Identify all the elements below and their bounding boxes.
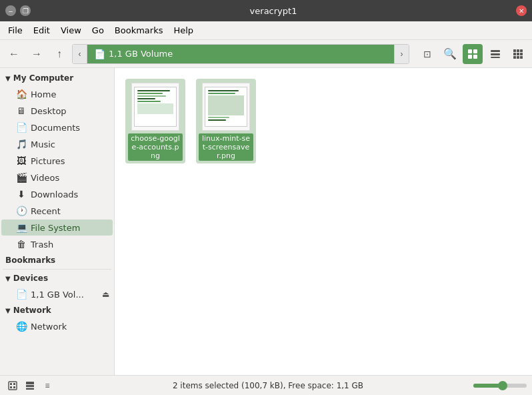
statusbar-text: 2 items selected (100,7 kB), Free space:… xyxy=(63,381,473,390)
sidebar-section-devices[interactable]: ▼ Devices xyxy=(0,271,114,286)
statusbar: ≡ 2 items selected (100,7 kB), Free spac… xyxy=(0,375,532,395)
file-thumbnail-2 xyxy=(202,83,250,131)
path-right-arrow[interactable]: › xyxy=(394,44,409,64)
sidebar-item-trash[interactable]: 🗑 Trash xyxy=(1,236,113,252)
thumb-line xyxy=(208,90,239,91)
file-label-1: choose-google-accounts.png xyxy=(128,133,183,161)
desktop-icon: 🖥 xyxy=(16,105,27,116)
main-area: ▼ My Computer 🏠 Home 🖥 Desktop 📄 Documen… xyxy=(0,68,532,375)
svg-rect-6 xyxy=(491,57,500,58)
view-compact-button[interactable] xyxy=(508,44,528,64)
menu-edit[interactable]: Edit xyxy=(28,23,55,38)
file-area[interactable]: choose-google-accounts.png li xyxy=(115,68,532,375)
thumb-image-hint xyxy=(208,95,244,115)
svg-rect-18 xyxy=(13,383,15,385)
sidebar-item-volume[interactable]: 📄 1,1 GB Vol... ⏏ xyxy=(1,286,113,302)
trash-icon: 🗑 xyxy=(16,239,27,250)
svg-rect-8 xyxy=(517,49,519,52)
svg-rect-22 xyxy=(26,385,34,387)
sidebar-item-downloads[interactable]: ⬇ Downloads xyxy=(1,186,113,202)
window-title: veracrypt1 xyxy=(250,6,297,16)
menu-bookmarks[interactable]: Bookmarks xyxy=(109,23,169,38)
sidebar-item-filesystem[interactable]: 💻 File System xyxy=(1,220,113,236)
pictures-icon: 🖼 xyxy=(16,155,27,166)
svg-rect-10 xyxy=(513,53,516,55)
svg-rect-4 xyxy=(491,50,500,52)
svg-rect-7 xyxy=(513,49,516,52)
back-button[interactable]: ← xyxy=(4,44,24,64)
svg-rect-11 xyxy=(517,53,519,55)
sidebar-item-filesystem-label: File System xyxy=(31,223,80,233)
videos-icon: 🎬 xyxy=(16,172,27,183)
sidebar-item-downloads-label: Downloads xyxy=(31,189,78,200)
statusbar-icon-btn-3[interactable]: ≡ xyxy=(40,378,55,393)
sidebar-item-pictures[interactable]: 🖼 Pictures xyxy=(1,153,113,169)
path-segment[interactable]: 📄 1,1 GB Volume xyxy=(87,45,394,63)
file-label-2: linux-mint-set-screensaver.png xyxy=(199,133,253,161)
sidebar-item-network[interactable]: 🌐 Network xyxy=(1,318,113,334)
music-icon: 🎵 xyxy=(16,139,27,149)
search-button[interactable]: 🔍 xyxy=(440,44,460,64)
titlebar: – ❐ veracrypt1 ✕ xyxy=(0,0,532,21)
thumb-lines-2 xyxy=(205,87,247,125)
view-grid-button[interactable] xyxy=(463,44,483,64)
downloads-icon: ⬇ xyxy=(16,189,27,200)
svg-rect-19 xyxy=(10,386,12,388)
forward-button[interactable]: → xyxy=(27,44,47,64)
restore-button[interactable]: ❐ xyxy=(20,5,31,16)
path-left-arrow[interactable]: ‹ xyxy=(73,44,87,64)
filesystem-icon: 💻 xyxy=(16,222,27,233)
sidebar-section-network[interactable]: ▼ Network xyxy=(0,303,114,318)
sidebar-item-home[interactable]: 🏠 Home xyxy=(1,86,113,102)
svg-rect-3 xyxy=(473,55,477,59)
home-icon: 🏠 xyxy=(16,89,27,99)
up-button[interactable]: ↑ xyxy=(49,44,69,64)
devices-arrow: ▼ xyxy=(5,275,11,282)
menu-go[interactable]: Go xyxy=(87,23,109,38)
svg-rect-23 xyxy=(26,388,34,390)
file-thumbnail-1 xyxy=(131,83,179,131)
statusbar-zoom xyxy=(473,384,527,388)
sidebar-item-documents-label: Documents xyxy=(31,123,80,133)
close-button[interactable]: ✕ xyxy=(516,5,527,16)
toolbar: ← → ↑ ‹ 📄 1,1 GB Volume › ⊡ 🔍 xyxy=(0,40,532,68)
zoom-thumb[interactable] xyxy=(498,381,507,390)
zoom-track[interactable] xyxy=(473,384,527,388)
file-item-2[interactable]: linux-mint-set-screensaver.png xyxy=(196,79,256,163)
sidebar-item-documents[interactable]: 📄 Documents xyxy=(1,119,113,135)
network-arrow: ▼ xyxy=(5,307,11,314)
bookmarks-label: Bookmarks xyxy=(0,253,114,268)
svg-rect-5 xyxy=(491,53,500,55)
view-list-button[interactable] xyxy=(485,44,505,64)
file-thumb-inner-2 xyxy=(205,87,247,127)
network-section-label: Network xyxy=(13,306,51,315)
svg-rect-14 xyxy=(517,56,519,59)
path-segment-label: 1,1 GB Volume xyxy=(109,49,173,59)
svg-rect-16 xyxy=(9,382,17,390)
svg-rect-13 xyxy=(513,56,516,59)
menu-file[interactable]: File xyxy=(3,23,28,38)
thumb-line xyxy=(137,93,163,94)
file-item-1[interactable]: choose-google-accounts.png xyxy=(125,79,185,163)
menu-view[interactable]: View xyxy=(55,23,87,38)
sidebar-item-volume-label: 1,1 GB Vol... xyxy=(31,290,84,300)
svg-rect-15 xyxy=(520,56,523,59)
sidebar-item-videos[interactable]: 🎬 Videos xyxy=(1,169,113,185)
sidebar-item-desktop[interactable]: 🖥 Desktop xyxy=(1,103,113,119)
svg-rect-1 xyxy=(473,49,477,53)
sidebar-section-my-computer[interactable]: ▼ My Computer xyxy=(0,71,114,85)
minimize-button[interactable]: – xyxy=(5,5,16,16)
eject-button[interactable]: ⏏ xyxy=(100,289,111,300)
svg-rect-0 xyxy=(468,49,472,53)
sidebar-item-music[interactable]: 🎵 Music xyxy=(1,136,113,152)
sidebar-divider-1 xyxy=(3,269,111,270)
statusbar-icon-btn-2[interactable] xyxy=(23,378,37,393)
thumb-line xyxy=(208,93,235,94)
sidebar-item-recent[interactable]: 🕐 Recent xyxy=(1,203,113,219)
sidebar-item-network-label: Network xyxy=(31,322,67,332)
statusbar-icon-btn-1[interactable] xyxy=(5,378,20,393)
pin-button[interactable]: ⊡ xyxy=(417,44,437,64)
menu-help[interactable]: Help xyxy=(168,23,199,38)
thumb-image-hint xyxy=(137,103,173,114)
sidebar-item-home-label: Home xyxy=(31,89,56,99)
